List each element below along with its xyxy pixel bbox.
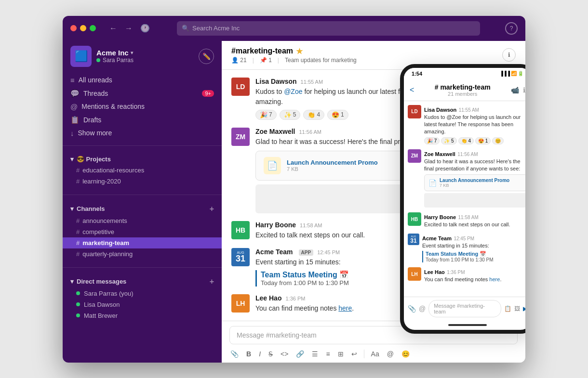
reaction[interactable]: 😊: [492, 137, 504, 144]
sidebar-item-marketing-team[interactable]: # marketing-team: [63, 237, 222, 248]
mobile-gif-button[interactable]: 🖼: [514, 305, 520, 312]
mobile-attachment[interactable]: 📄 Launch Announcement Promo 7 KB: [424, 174, 525, 191]
mobile-notes-link[interactable]: here: [489, 276, 500, 282]
mentions-icon: @: [70, 103, 78, 111]
mobile-avatar-lisa: LD: [408, 105, 421, 118]
mobile-time: 1:54: [412, 71, 422, 77]
sidebar: 🟦 Acme Inc ▾ Sara Parras ✏️ ≡ All un: [63, 41, 222, 363]
mobile-text: Event starting in 15 minutes:: [422, 242, 525, 249]
maximize-button[interactable]: [90, 25, 96, 31]
link-button[interactable]: 🔗: [295, 349, 305, 359]
info-button[interactable]: ℹ: [502, 48, 516, 62]
mobile-author: Lisa Dawson: [424, 107, 456, 113]
channels-header[interactable]: ▾ Channels +: [63, 203, 222, 215]
help-button[interactable]: ?: [505, 22, 518, 35]
reaction[interactable]: 😍 1: [475, 137, 491, 144]
undo-button[interactable]: ↩: [350, 349, 358, 359]
hash-icon: #: [76, 167, 80, 174]
channel-item-educational[interactable]: # educational-resources: [63, 165, 222, 176]
reaction-sparkle[interactable]: ✨5: [280, 110, 301, 120]
reaction-heart-eyes[interactable]: 😍1: [327, 110, 348, 120]
attach-icon: 📄: [428, 179, 437, 187]
dm-sara[interactable]: Sara Parras (you): [63, 288, 222, 299]
nav-item-drafts[interactable]: 📋 Drafts: [63, 113, 222, 127]
show-more-icon: ↓: [70, 129, 74, 137]
mentions-label: Mentions & reactions: [81, 103, 145, 110]
sidebar-item-announcements[interactable]: # announcements: [63, 215, 222, 226]
dm-header[interactable]: ▾ Direct messages +: [63, 275, 222, 288]
mobile-send-button[interactable]: ▶: [523, 305, 525, 312]
add-dm-button[interactable]: +: [210, 277, 214, 286]
forward-button[interactable]: →: [123, 23, 134, 34]
emoji-button[interactable]: 😊: [401, 349, 411, 359]
title-bar: ← → 🕐 🔍 Search Acme Inc ?: [63, 16, 525, 41]
text-size-button[interactable]: Aa: [370, 349, 380, 359]
reaction[interactable]: 🎉 7: [424, 137, 440, 144]
traffic-lights: [70, 25, 96, 31]
search-icon: 🔍: [182, 25, 189, 32]
add-channel-button[interactable]: +: [210, 205, 214, 213]
mobile-text: Excited to talk next steps on our call.: [424, 221, 525, 228]
projects-header[interactable]: ▾ 😎 Projects: [63, 154, 222, 165]
mobile-channel-name: # marketing-team: [418, 83, 507, 91]
dm-label: Direct messages: [77, 278, 126, 285]
block-button[interactable]: ⊞: [337, 349, 345, 359]
back-button[interactable]: ←: [107, 23, 119, 34]
sidebar-item-competitive[interactable]: # competitive: [63, 226, 222, 237]
ordered-list-button[interactable]: ☰: [311, 349, 319, 359]
mobile-mention-button[interactable]: @: [419, 305, 426, 313]
msg-author: Acme Team: [255, 248, 293, 256]
code-button[interactable]: <>: [280, 349, 289, 359]
member-count: 👤 21: [231, 57, 247, 64]
msg-time: 12:45 PM: [317, 249, 340, 255]
workspace-icon: 🟦: [70, 46, 92, 67]
sidebar-item-quarterly-planning[interactable]: # quarterly-planning: [63, 248, 222, 260]
compose-button[interactable]: ✏️: [199, 49, 214, 64]
channel-item-learning[interactable]: # learning-2020: [63, 176, 222, 187]
app-window: ← → 🕐 🔍 Search Acme Inc ? 🟦 Acme Inc ▾: [63, 16, 525, 363]
online-status-dot: [96, 58, 100, 62]
mobile-cal-badge: AUG 31: [408, 234, 419, 245]
channel-name-label: marketing-team: [82, 239, 129, 247]
close-button[interactable]: [70, 25, 77, 31]
msg-time: 11:56 AM: [299, 129, 321, 135]
reaction-clap[interactable]: 👏4: [303, 110, 324, 120]
dm-name: Matt Brewer: [84, 312, 118, 319]
mobile-attach-button[interactable]: 📎: [408, 305, 416, 313]
mobile-event-link[interactable]: Team Status Meeting 📅: [426, 251, 525, 257]
mobile-back-button[interactable]: <: [410, 86, 414, 94]
mention[interactable]: @Zoe: [284, 88, 302, 95]
search-bar[interactable]: 🔍 Search Acme Inc: [177, 21, 480, 36]
nav-item-mentions[interactable]: @ Mentions & reactions: [63, 100, 222, 113]
mobile-sticker-button[interactable]: 📋: [504, 305, 511, 312]
app-badge: APP: [299, 249, 314, 256]
mobile-info-icon[interactable]: ℹ: [523, 86, 525, 94]
reaction-party[interactable]: 🎉7: [255, 110, 277, 120]
history-button[interactable]: 🕐: [138, 23, 152, 34]
nav-item-all-unreads[interactable]: ≡ All unreads: [63, 74, 222, 87]
nav-item-show-more[interactable]: ↓ Show more: [63, 127, 222, 140]
reaction[interactable]: ✨ 5: [441, 137, 456, 144]
mobile-header: < # marketing-team 21 members 📹 ℹ: [404, 79, 525, 101]
dm-matt[interactable]: Matt Brewer: [63, 310, 222, 321]
minimize-button[interactable]: [80, 25, 86, 31]
mobile-video-icon[interactable]: 📹: [511, 86, 519, 94]
dm-lisa[interactable]: Lisa Dawson: [63, 299, 222, 310]
mobile-time: 12:45 PM: [454, 236, 474, 241]
bold-button[interactable]: B: [245, 349, 252, 359]
attach-button[interactable]: 📎: [229, 349, 240, 359]
dm-chevron: ▾: [70, 278, 74, 285]
reaction[interactable]: 👏 4: [458, 137, 474, 144]
calendar-badge: AUG 31: [231, 248, 250, 266]
star-icon[interactable]: ★: [296, 47, 303, 56]
msg-time: 11:58 AM: [300, 222, 322, 228]
nav-item-threads[interactable]: 💬 Threads 9+: [63, 87, 222, 100]
threads-label: Threads: [83, 90, 108, 97]
meeting-notes-link[interactable]: here: [338, 304, 352, 312]
mention-button[interactable]: @: [386, 349, 395, 359]
unordered-list-button[interactable]: ≡: [325, 349, 331, 359]
mobile-message-input[interactable]: Message #marketing-team: [428, 300, 501, 317]
workspace-name[interactable]: Acme Inc ▾: [96, 49, 199, 57]
strikethrough-button[interactable]: S̶: [267, 349, 274, 359]
italic-button[interactable]: I: [258, 349, 262, 359]
